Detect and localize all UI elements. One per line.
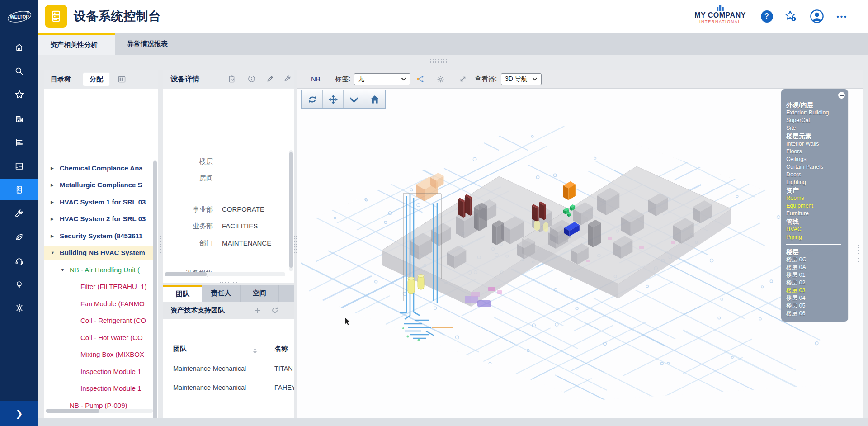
layer-item-floor[interactable]: 楼层 01 [786, 271, 843, 279]
table-row[interactable]: Maintenance-Mechanical TITAN [163, 359, 294, 378]
layer-item-floor[interactable]: 楼层 04 [786, 294, 843, 302]
tree-item[interactable]: ▼NB - Air Handling Unit ( [44, 263, 154, 277]
info-icon[interactable] [247, 75, 256, 83]
tab-asset-correlation[interactable]: 资产相关性分析 [38, 33, 115, 55]
page-tab-bar: 资产相关性分析 异常情况报表 [38, 33, 868, 55]
layer-item-selected[interactable]: Equipment [786, 202, 843, 210]
edit-icon[interactable] [266, 75, 274, 83]
layer-item[interactable]: Floors [786, 148, 843, 156]
column-header-team[interactable]: 团队 [173, 345, 187, 353]
sidebar-item-home[interactable] [0, 37, 38, 57]
tab-anomaly-report[interactable]: 异常情况报表 [115, 33, 179, 55]
favorite-add-icon [784, 9, 797, 23]
sidebar-item-search[interactable] [0, 61, 38, 81]
sidebar-item-buildings[interactable] [0, 108, 38, 129]
layer-item[interactable]: Curtain Panels [786, 163, 843, 171]
sidebar-item-tools[interactable] [0, 203, 38, 224]
layer-item[interactable]: Furniture [786, 210, 843, 218]
team-subheader: 资产技术支持团队 [163, 302, 294, 319]
tree-item[interactable]: Fan Module (FANMO [44, 297, 154, 311]
layer-item-selected[interactable]: Rooms [786, 194, 843, 202]
sidebar-item-favorites[interactable] [0, 84, 38, 105]
weltop-logo[interactable]: WELTOP [0, 0, 38, 33]
tree-item[interactable]: Mixing Box (MIXBOX [44, 348, 154, 361]
viewer-mode-select[interactable]: 3D 导航 [501, 73, 542, 85]
help-button[interactable]: ? [760, 9, 774, 24]
sidebar-item-ideas[interactable] [0, 274, 38, 295]
bottom-strip [38, 418, 868, 426]
columns-view-icon[interactable] [118, 76, 126, 83]
add-icon[interactable] [253, 305, 263, 315]
page-title: 设备系统控制台 [74, 8, 161, 24]
more-icon: ••• [837, 13, 848, 20]
company-buildings-icon [715, 5, 726, 11]
column-header-name[interactable]: 名称 [274, 345, 288, 353]
layer-item-floor[interactable]: 楼层 02 [786, 279, 843, 287]
sort-icon[interactable] [253, 348, 257, 354]
layer-item[interactable]: Site [786, 124, 843, 132]
field-value: CORPORATE [222, 204, 264, 214]
layer-item[interactable]: SuperCat [786, 117, 843, 124]
horizontal-splitter-handle[interactable] [429, 59, 448, 63]
table-row[interactable]: Maintenance-Mechanical FAHEY [163, 378, 294, 397]
left-nav-rail: WELTOP ❯ [0, 0, 38, 426]
gear-icon [14, 303, 24, 313]
sidebar-item-equipment-console[interactable] [0, 179, 38, 200]
layer-item[interactable]: Doors [786, 171, 843, 179]
expand-icon[interactable] [458, 74, 468, 85]
layer-item[interactable]: Ceilings [786, 156, 843, 163]
layer-item-floor[interactable]: 楼层 05 [786, 302, 843, 310]
sidebar-item-support[interactable] [0, 251, 38, 271]
layer-item-selected[interactable]: Piping [786, 233, 843, 241]
details-panel-header: 设备详情 [163, 70, 294, 89]
tab-catalog-tree[interactable]: 目录树 [51, 75, 71, 84]
link-share-icon[interactable] [415, 74, 426, 85]
tree-item[interactable]: Coil - Refrigerant (CO [44, 314, 154, 327]
sidebar-item-sustainability[interactable] [0, 227, 38, 247]
gear-icon[interactable] [435, 74, 446, 85]
sidebar-item-floor-plan[interactable] [0, 156, 38, 176]
clipboard-check-icon[interactable] [227, 75, 236, 83]
wrench-icon[interactable] [283, 75, 292, 83]
tag-select[interactable]: 无 [354, 73, 410, 85]
layer-item[interactable]: Lighting [786, 179, 843, 186]
tree-item[interactable]: Inspection Module 1 [44, 382, 154, 395]
collapse-panel-icon[interactable] [838, 92, 845, 99]
user-avatar-button[interactable] [810, 9, 824, 24]
tab-team[interactable]: 团队 [163, 285, 202, 302]
tree-horizontal-scrollbar[interactable] [46, 409, 153, 413]
tab-owner[interactable]: 责任人 [202, 285, 241, 302]
layer-item-floor-selected[interactable]: 楼层 03 [786, 287, 843, 294]
more-menu-button[interactable]: ••• [835, 9, 849, 24]
vertical-splitter-handle[interactable] [857, 244, 860, 262]
layer-item[interactable]: Exterior: Building [786, 109, 843, 117]
layer-item-floor[interactable]: 楼层 0A [786, 264, 843, 271]
refresh-icon[interactable] [270, 305, 280, 315]
tab-assign[interactable]: 分配 [83, 72, 110, 86]
sidebar-item-report[interactable] [0, 132, 38, 152]
layer-item[interactable]: Interior Walls [786, 140, 843, 148]
layer-group-header: 楼层元素 [786, 132, 843, 140]
field-label: 房间 [136, 173, 213, 183]
layers-divider [786, 244, 841, 245]
company-subtitle: INTERNATIONAL [691, 19, 750, 24]
company-name: MY COMPANY [691, 11, 750, 19]
equipment-console-icon [14, 185, 24, 194]
tree-item[interactable]: Coil - Hot Water (CO [44, 331, 154, 345]
favorite-add-button[interactable] [783, 9, 798, 24]
sidebar-item-settings[interactable] [0, 298, 38, 318]
layer-item-floor[interactable]: 楼层 06 [786, 310, 843, 317]
layer-group-header: 资产 [786, 186, 843, 194]
layer-item-selected[interactable]: HVAC [786, 226, 843, 233]
details-vertical-scrollbar[interactable] [289, 150, 293, 271]
home-icon [14, 43, 24, 52]
tree-item[interactable]: Inspection Module 1 [44, 365, 154, 379]
layer-item-floor[interactable]: 楼层 0C [786, 256, 843, 264]
details-horizontal-scrollbar[interactable] [165, 272, 285, 276]
tab-space[interactable]: 空间 [241, 285, 279, 302]
horizontal-splitter-handle[interactable] [218, 281, 238, 284]
3d-model-canvas[interactable] [297, 89, 863, 418]
model-label: NB [311, 75, 321, 83]
sidebar-expand-button[interactable]: ❯ [0, 401, 38, 426]
leaf-icon [14, 232, 24, 242]
